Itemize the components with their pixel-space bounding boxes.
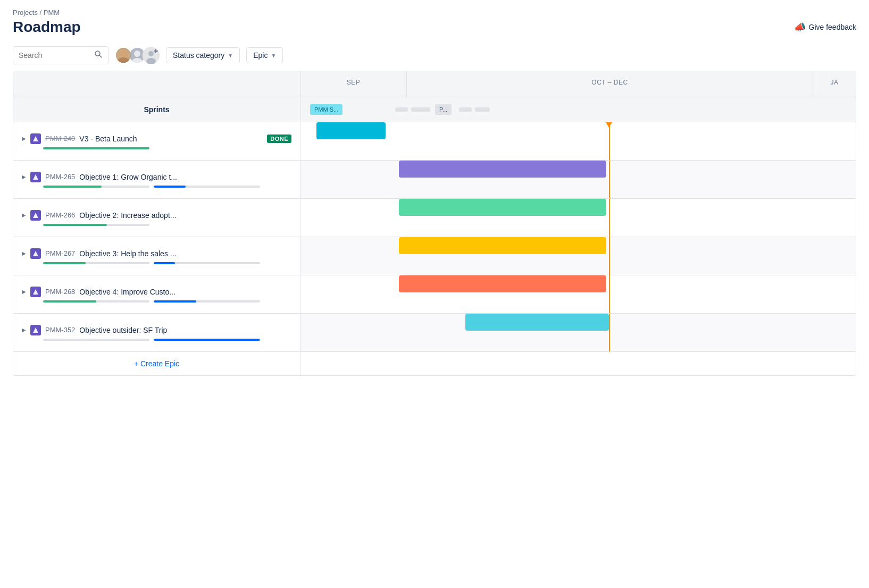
epic-name-3: Objective 3: Help the sales ... xyxy=(79,249,291,258)
search-icon xyxy=(94,50,103,61)
expand-icon-3[interactable]: ▶ xyxy=(22,250,26,256)
svg-point-6 xyxy=(134,51,140,57)
epic-top-5: ▶ PMM-352 Objective outsider: SF Trip xyxy=(22,325,291,335)
breadcrumb-project[interactable]: PMM xyxy=(44,9,60,16)
create-epic-row: + Create Epic xyxy=(13,352,856,375)
expand-icon-1[interactable]: ▶ xyxy=(22,174,26,180)
status-category-filter[interactable]: Status category ▼ xyxy=(166,47,240,63)
epic-id-0: PMM-240 xyxy=(45,135,75,142)
search-input[interactable] xyxy=(19,51,92,60)
expand-icon-0[interactable]: ▶ xyxy=(22,136,26,141)
gantt-bar-3[interactable] xyxy=(399,237,606,254)
header-right: SEP OCT – DEC JA xyxy=(300,71,856,97)
epic-top-1: ▶ PMM-265 Objective 1: Grow Organic t... xyxy=(22,172,291,182)
progress-track-blue-1 xyxy=(154,186,260,188)
gantt-bar-2[interactable] xyxy=(399,199,606,216)
epic-right-cell-1 xyxy=(300,161,856,198)
epic-left-cell-3: ▶ PMM-267 Objective 3: Help the sales ..… xyxy=(13,237,300,275)
sprints-chips-area: PMM S... P... xyxy=(300,97,856,122)
sprint-chip-2[interactable] xyxy=(395,107,408,112)
epic-icon-4 xyxy=(30,287,41,297)
epic-left-cell-4: ▶ PMM-268 Objective 4: Improve Custo... xyxy=(13,275,300,313)
today-line xyxy=(609,199,610,237)
epic-row: ▶ PMM-266 Objective 2: Increase adopt... xyxy=(13,199,856,237)
sprint-chip-1[interactable]: PMM S... xyxy=(310,104,342,115)
svg-point-4 xyxy=(119,58,128,64)
give-feedback-button[interactable]: 📣 Give feedback xyxy=(794,21,857,33)
avatar-group xyxy=(115,47,160,64)
create-epic-button[interactable]: + Create Epic xyxy=(134,359,179,368)
epic-left-cell-1: ▶ PMM-265 Objective 1: Grow Organic t... xyxy=(13,161,300,198)
megaphone-icon: 📣 xyxy=(794,21,806,33)
breadcrumb-separator: / xyxy=(40,9,42,16)
expand-icon-2[interactable]: ▶ xyxy=(22,212,26,218)
epic-id-5: PMM-352 xyxy=(45,326,75,334)
progress-track-2 xyxy=(43,224,149,226)
oct-dec-header: OCT – DEC xyxy=(407,71,813,97)
epic-id-2: PMM-266 xyxy=(45,211,75,219)
gantt-bar-1[interactable] xyxy=(399,161,606,178)
sprint-chip-5[interactable] xyxy=(459,107,472,112)
epic-left-cell-2: ▶ PMM-266 Objective 2: Increase adopt... xyxy=(13,199,300,237)
chevron-down-icon: ▼ xyxy=(228,53,233,58)
epic-id-3: PMM-267 xyxy=(45,249,75,257)
svg-marker-16 xyxy=(33,251,38,256)
epic-row: ▶ PMM-240 V3 - Beta Launch DONE xyxy=(13,122,856,161)
epic-filter[interactable]: Epic ▼ xyxy=(246,47,283,63)
epic-icon-5 xyxy=(30,325,41,335)
epic-name-2: Objective 2: Increase adopt... xyxy=(79,211,291,220)
timeline-header: SEP OCT – DEC JA xyxy=(13,71,856,97)
gantt-bar-5[interactable] xyxy=(465,314,609,331)
today-line xyxy=(609,161,610,198)
epic-right-cell-2: ⚠️ xyxy=(300,199,856,237)
epic-right-cell-5 xyxy=(300,314,856,351)
breadcrumb: Projects / PMM xyxy=(13,9,856,16)
gantt-bar-4[interactable] xyxy=(399,275,606,292)
sprint-chip-4[interactable]: P... xyxy=(435,104,452,115)
epic-icon-3 xyxy=(30,248,41,259)
sprint-chip-6[interactable] xyxy=(475,107,490,112)
progress-bar-4 xyxy=(22,300,291,303)
epic-name-4: Objective 4: Improve Custo... xyxy=(79,288,291,296)
sprint-chip-3[interactable] xyxy=(411,107,430,112)
epic-id-4: PMM-268 xyxy=(45,288,75,296)
svg-line-1 xyxy=(99,55,102,57)
progress-bar-3 xyxy=(22,262,291,264)
done-badge-0: DONE xyxy=(267,135,291,143)
epic-rows: ▶ PMM-240 V3 - Beta Launch DONE xyxy=(13,122,856,352)
user-avatar-photo xyxy=(116,47,131,64)
progress-track-1 xyxy=(43,186,149,188)
progress-bar-5 xyxy=(22,339,291,341)
epic-name-1: Objective 1: Grow Organic t... xyxy=(79,173,291,181)
svg-marker-14 xyxy=(33,174,38,180)
svg-marker-13 xyxy=(33,136,38,141)
toolbar: Status category ▼ Epic ▼ xyxy=(0,40,869,71)
epic-icon-1 xyxy=(30,172,41,182)
epic-right-cell-0 xyxy=(300,122,856,160)
epic-top-0: ▶ PMM-240 V3 - Beta Launch DONE xyxy=(22,133,291,144)
today-line xyxy=(609,122,610,160)
epic-top-3: ▶ PMM-267 Objective 3: Help the sales ..… xyxy=(22,248,291,259)
today-line xyxy=(609,275,610,313)
svg-point-9 xyxy=(148,51,154,56)
today-line xyxy=(609,237,610,275)
sprints-row: Sprints PMM S... P... xyxy=(13,97,856,122)
breadcrumb-projects[interactable]: Projects xyxy=(13,9,38,16)
sprints-label: Sprints xyxy=(144,105,169,114)
expand-icon-4[interactable]: ▶ xyxy=(22,289,26,295)
avatar-1[interactable] xyxy=(115,47,132,64)
progress-bar-1 xyxy=(22,186,291,188)
epic-top-2: ▶ PMM-266 Objective 2: Increase adopt... xyxy=(22,210,291,221)
expand-icon-5[interactable]: ▶ xyxy=(22,327,26,333)
epic-row: ▶ PMM-352 Objective outsider: SF Trip xyxy=(13,314,856,352)
create-epic-cell: + Create Epic xyxy=(13,352,300,375)
epic-right-cell-3 xyxy=(300,237,856,275)
search-box[interactable] xyxy=(13,46,108,64)
svg-marker-15 xyxy=(33,213,38,218)
epic-right-cell-4 xyxy=(300,275,856,313)
progress-track-blue-5 xyxy=(154,339,260,341)
progress-track-blue-3 xyxy=(154,262,260,264)
progress-track-4 xyxy=(43,300,149,303)
add-avatar-button[interactable] xyxy=(143,47,160,64)
gantt-bar-0[interactable] xyxy=(316,122,386,139)
